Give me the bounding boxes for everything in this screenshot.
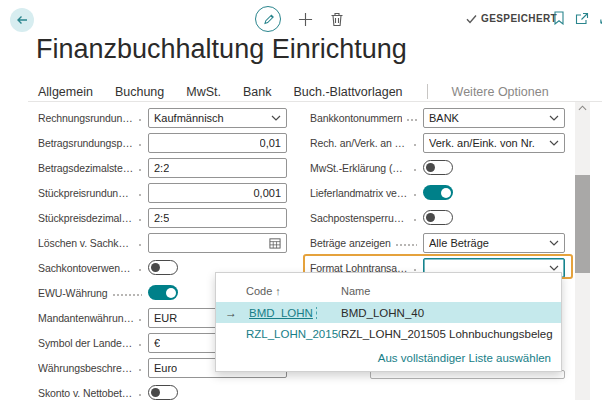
edit-button[interactable] [255, 6, 281, 32]
checkmark-icon [466, 14, 477, 24]
field-label: Bankkontonummern [310, 112, 402, 124]
tab-mwst[interactable]: MwSt. [186, 85, 221, 99]
lieferlandmatrix-toggle[interactable] [423, 185, 453, 200]
input-value: 2:2 [154, 162, 169, 174]
input-value: Euro [154, 362, 177, 374]
combobox-value: BANK [429, 112, 459, 124]
dropdown-row-rzl-lohn[interactable]: RZL_LOHN_201505 RZL_LOHN_201505 Lohnbuch… [216, 323, 561, 344]
betragsdezimalstellen-input[interactable]: 2:2 [148, 158, 287, 178]
field-row: Bankkontonummern BANK [310, 105, 565, 130]
select-from-full-list-link[interactable]: Aus vollständiger Liste auswählen [378, 352, 551, 364]
toggle-knob [426, 163, 435, 172]
input-value: EUR [154, 312, 177, 324]
chevron-down-icon [549, 240, 559, 246]
field-row: Skonto v. Nettobetrag [38, 380, 287, 400]
tabs-divider [427, 84, 428, 99]
loeschen-sachkonten-date-input[interactable] [148, 233, 287, 253]
lookup-dropdown-panel: Code ↑ Name → BMD_LOHN BMD_LOHN_40 RZL_L… [215, 272, 562, 372]
betraege-anzeigen-combobox[interactable]: Alle Beträge [423, 233, 565, 253]
open-in-new-window-button[interactable] [575, 12, 589, 25]
field-label: Symbol der Landesw... [38, 337, 134, 349]
more-options-menu[interactable]: Weitere Optionen [452, 85, 549, 99]
field-label: Lieferlandmatrix verw... [310, 187, 409, 199]
field-label: Mandantenwährungs... [38, 312, 134, 324]
dotted-leader [138, 394, 142, 396]
dotted-leader [138, 119, 142, 121]
chevron-down-icon [271, 115, 281, 121]
bankkontonummern-combobox[interactable]: BANK [423, 108, 565, 128]
dotted-leader [138, 344, 142, 346]
code-column-header[interactable]: Code ↑ [246, 285, 341, 297]
toggle-knob [151, 388, 160, 397]
rech-verk-mwst-combobox[interactable]: Verk. an/Eink. von Nr. [423, 133, 565, 153]
field-row: Rech. an/Verk. an Mw... Verk. an/Eink. v… [310, 130, 565, 155]
toggle-knob [151, 263, 160, 272]
dotted-leader [138, 269, 142, 271]
tab-bank[interactable]: Bank [243, 85, 272, 99]
section-tabs: Allgemein Buchung MwSt. Bank Buch.-Blatt… [38, 84, 549, 99]
dotted-leader [413, 144, 417, 146]
stueckpreisdezimalstellen-input[interactable]: 2:5 [148, 208, 287, 228]
sachpostensperrung-toggle[interactable] [423, 210, 453, 225]
field-label: Löschen v. Sachkonte... [38, 237, 134, 249]
dotted-leader [413, 194, 417, 196]
field-label: Sachkontoverwendun... [38, 262, 134, 274]
dotted-leader [138, 369, 142, 371]
plus-icon [298, 12, 313, 27]
name-column-header[interactable]: Name [341, 285, 561, 297]
dotted-leader [413, 269, 417, 271]
back-arrow-icon [14, 12, 30, 28]
skonto-nettobetrag-toggle[interactable] [148, 385, 178, 400]
dotted-leader [138, 194, 142, 196]
combobox-value: Verk. an/Eink. von Nr. [429, 137, 535, 149]
add-button[interactable] [298, 12, 313, 27]
code-link[interactable]: RZL_LOHN_201505 [246, 328, 341, 340]
scrollbar-up-arrow-icon[interactable] [575, 105, 590, 111]
tab-buchung[interactable]: Buchung [115, 85, 164, 99]
field-label: Rechnungsrundungs... [38, 112, 134, 124]
field-label: Betragsrundungspräz... [38, 137, 134, 149]
dropdown-header-row: Code ↑ Name [216, 273, 561, 302]
toggle-knob [426, 213, 435, 222]
chevron-down-icon [549, 140, 559, 146]
tab-buch-blattvorlagen[interactable]: Buch.-Blattvorlagen [293, 85, 402, 99]
dotted-leader [112, 294, 143, 296]
stueckpreisrundung-input[interactable]: 0,001 [148, 183, 287, 203]
dropdown-row-bmd-lohn[interactable]: → BMD_LOHN BMD_LOHN_40 [216, 302, 561, 323]
back-button[interactable] [10, 8, 34, 32]
field-row: Rechnungsrundungs... Kaufmännisch [38, 105, 287, 130]
code-link[interactable]: BMD_LOHN [246, 307, 316, 319]
vertical-scrollbar[interactable] [575, 102, 590, 400]
dotted-leader [138, 219, 142, 221]
calendar-icon[interactable] [269, 237, 281, 249]
toggle-knob [166, 288, 176, 298]
combobox-value: Kaufmännisch [154, 112, 224, 124]
field-row: Sachpostensperrung ... [310, 205, 565, 230]
field-row: Stückpreisdezimalstel... 2:5 [38, 205, 287, 230]
open-in-new-window-icon [575, 12, 589, 25]
delete-button[interactable] [330, 12, 344, 27]
field-row: Betragsrundungspräz... 0,01 [38, 130, 287, 155]
bookmark-icon [553, 11, 565, 25]
dotted-leader [395, 244, 417, 246]
dropdown-footer: Aus vollständiger Liste auswählen [216, 344, 561, 371]
pencil-icon [262, 13, 275, 26]
field-label: Sachpostensperrung ... [310, 212, 409, 224]
page-title: Finanzbuchhaltung Einrichtung [36, 34, 407, 65]
trash-icon [330, 12, 344, 27]
bookmark-button[interactable] [553, 11, 565, 25]
dotted-leader [406, 119, 417, 121]
mwst-erklaerung-toggle[interactable] [423, 160, 453, 175]
ewu-waehrung-toggle[interactable] [148, 285, 178, 300]
field-label: Beträge anzeigen [310, 237, 391, 249]
betragsrundung-input[interactable]: 0,01 [148, 133, 287, 153]
rechnungsrundung-combobox[interactable]: Kaufmännisch [148, 108, 287, 128]
tab-allgemein[interactable]: Allgemein [38, 85, 93, 99]
field-label: Rech. an/Verk. an Mw... [310, 137, 409, 149]
scrollbar-thumb[interactable] [575, 175, 590, 273]
input-value: € [154, 337, 160, 349]
sachkontoverwendung-toggle[interactable] [148, 260, 178, 275]
chevron-down-icon [549, 115, 559, 121]
field-label: Skonto v. Nettobetrag [38, 387, 134, 399]
field-row: Betragsdezimalstelle... 2:2 [38, 155, 287, 180]
